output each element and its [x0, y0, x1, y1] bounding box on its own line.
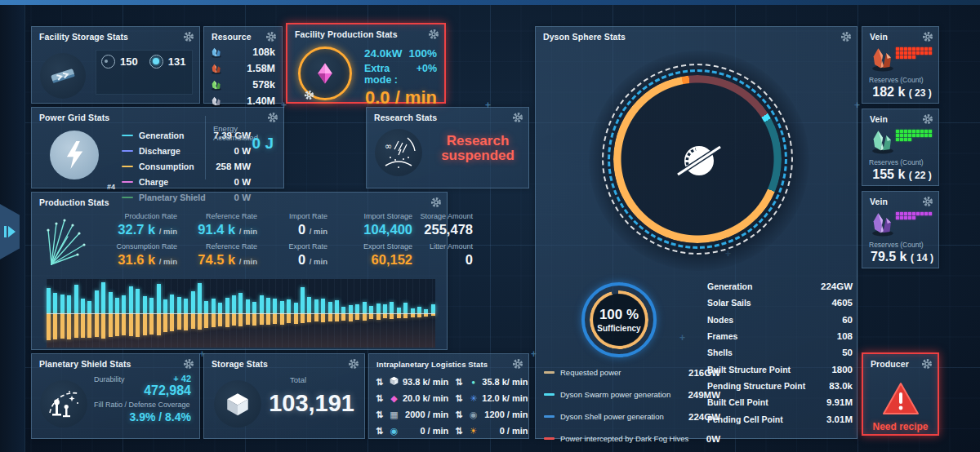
panel-title: Facility Production Stats — [295, 29, 398, 39]
expand-chevron-icon — [4, 226, 16, 237]
red-vein-crystal-icon — [869, 45, 897, 76]
panel-title: Facility Storage Stats — [39, 32, 128, 42]
total-value: 103,191 — [269, 390, 354, 417]
panel-title: Planetary Shield Stats — [39, 359, 131, 369]
logistics-panel: Intraplanetary Logistics Stats ⇅93.8 k/ … — [368, 353, 529, 439]
transfer-arrows-icon: ⇅ — [376, 377, 385, 388]
logistics-row: ⇅93.8 k/ min — [376, 374, 448, 390]
research-icon: ∞ — [375, 129, 422, 176]
gear-icon[interactable] — [348, 358, 359, 370]
gear-icon[interactable] — [922, 196, 933, 207]
glow-item-icon: ☀ — [467, 425, 479, 437]
reserves-value: 182 k ( 23 ) — [869, 85, 935, 100]
dyson-sphere-panel: Dyson Sphere Stats 100 % Sufficiency Gen… — [535, 26, 858, 439]
logistics-row: ⇅◉0 / min — [376, 423, 448, 439]
blue-crystal-icon — [210, 46, 223, 59]
recipe-item-icon[interactable] — [298, 47, 352, 100]
gear-icon[interactable] — [267, 112, 278, 123]
gear-icon[interactable] — [428, 29, 439, 40]
facility-production-panel: Facility Production Stats 24.0kW 100% Ex… — [286, 23, 446, 104]
dyson-stat-row: Pending Structure Point83.0k — [707, 378, 853, 394]
dyson-legend-row: Requested power216GW — [544, 361, 720, 383]
svg-text:∞: ∞ — [385, 141, 392, 152]
dyson-stat-row: Nodes60 — [707, 312, 853, 328]
extra-mode-label: Extra mode : — [364, 63, 416, 86]
burst-icon — [40, 214, 92, 273]
power-grid-panel: Power Grid Stats #4 Generation7.39 GW Di… — [31, 107, 284, 188]
slot-count: 150 — [120, 55, 138, 68]
resource-value: 578k — [252, 79, 275, 91]
producer-panel[interactable]: Producer Need recipe — [862, 352, 939, 436]
stat-cell: Storage Amount255,478 — [412, 212, 473, 242]
production-rate: 0.0 / min — [364, 87, 437, 109]
stat-cell: Import Storage104,400 — [327, 212, 412, 242]
gear-icon[interactable] — [512, 112, 523, 123]
stat-cell: Consumption Rate31.6 k / min — [96, 242, 177, 273]
transfer-arrows-icon: ⇅ — [455, 426, 465, 436]
reserves-label: Reserves (Count) — [869, 76, 924, 84]
green-vein-crystal-icon — [869, 127, 897, 158]
resource-value: 108k — [252, 47, 275, 58]
storage-stats-panel: Storage Stats Total 103,191 — [203, 353, 365, 439]
planetary-shield-panel: Planetary Shield Stats Durability + 42 4… — [31, 353, 200, 439]
stat-cell: Import Rate0 / min — [257, 212, 327, 242]
panel-title: Research Stats — [374, 113, 437, 122]
stat-cell: Production Rate32.7 k / min — [96, 212, 177, 242]
gear-icon[interactable] — [921, 358, 933, 370]
production-gear-icon — [304, 90, 314, 100]
dyson-legend-row: Dyson Swarm power generation249MW — [544, 383, 720, 405]
sufficiency-value: 100 % — [599, 307, 639, 323]
fan-item-icon: ✳ — [467, 392, 479, 405]
durability-label: Durability — [94, 375, 125, 383]
gear-icon[interactable] — [840, 31, 852, 42]
dyson-stat-row: Pending Cell Point3.01M — [707, 410, 853, 427]
panel-title: Intraplanetary Logistics Stats — [376, 360, 488, 369]
item-orb-icon — [149, 55, 163, 69]
work-power: 24.0kW — [364, 47, 403, 60]
sphere-item-icon: ◉ — [467, 409, 479, 421]
divider — [205, 116, 206, 179]
dyson-stat-row: Built Cell Point9.91M — [707, 394, 853, 410]
gear-icon[interactable] — [265, 31, 277, 42]
reserves-value: 155 k ( 22 ) — [869, 167, 935, 182]
panel-title: Vein — [870, 197, 888, 206]
gear-icon[interactable] — [183, 358, 194, 370]
logistics-row: ⇅●35.8 k/ min — [455, 374, 528, 390]
gear-icon[interactable] — [183, 31, 194, 42]
storage-cube-icon — [214, 380, 261, 428]
orb-item-icon: ◉ — [388, 425, 400, 437]
research-panel: Research Stats ∞ Research suspended — [366, 107, 529, 188]
reserves-label: Reserves (Count) — [869, 158, 924, 166]
facility-storage-panel: Facility Storage Stats 150 131 — [31, 26, 200, 104]
dyson-stat-row: Frames108 — [707, 328, 853, 344]
gear-icon[interactable] — [922, 113, 933, 125]
white-crystal-icon — [210, 95, 223, 108]
panel-title: Vein — [870, 32, 888, 42]
mesh-item-icon: ▦ — [388, 409, 400, 421]
gear-icon[interactable] — [430, 197, 442, 208]
production-chart — [47, 279, 435, 348]
sufficiency-gauge: 100 % Sufficiency — [581, 282, 657, 357]
dyson-stat-row: Generation224GW — [707, 278, 853, 295]
cube-item-icon — [388, 375, 400, 389]
reserves-label: Reserves (Count) — [869, 241, 924, 249]
green-crystal-icon — [210, 78, 223, 91]
durability-value: 472,984 — [94, 383, 191, 398]
panel-title: Storage Stats — [212, 359, 268, 369]
total-label: Total — [290, 375, 306, 384]
reserves-value: 79.5 k ( 14 ) — [869, 250, 935, 264]
resource-row: 108k — [210, 44, 275, 60]
resource-panel: Resource 108k 1.58M 578k 1.40M — [203, 26, 283, 104]
resource-row: 1.58M — [210, 60, 275, 77]
logistics-row: ⇅◆20.0 k/ min — [376, 390, 448, 406]
stat-cell: Export Storage60,152 — [327, 242, 412, 273]
slot-count: 131 — [168, 55, 186, 68]
vein-count-dots — [896, 212, 934, 219]
stat-cell: Reference Rate74.5 k / min — [177, 242, 257, 273]
durability-delta: + 42 — [173, 374, 191, 383]
red-crystal-icon — [210, 62, 223, 75]
dyson-sphere-logo-icon — [676, 138, 722, 187]
gear-icon[interactable] — [512, 358, 523, 370]
gear-icon[interactable] — [922, 31, 933, 42]
item-orb-icon — [101, 55, 115, 69]
